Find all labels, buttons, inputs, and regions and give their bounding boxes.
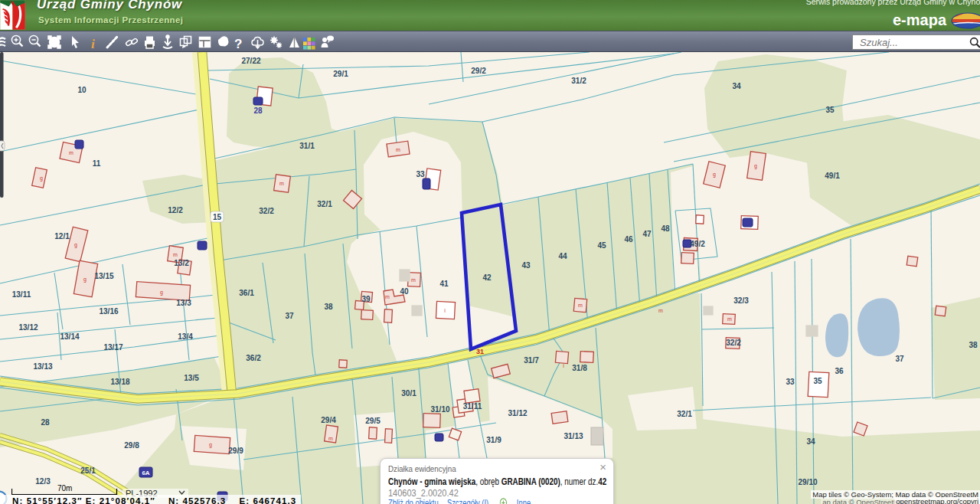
svg-text:13/17: 13/17 — [103, 343, 122, 352]
svg-text:29/4: 29/4 — [321, 416, 336, 424]
svg-text:m: m — [658, 308, 663, 313]
svg-text:33: 33 — [416, 170, 425, 178]
svg-text:m: m — [578, 303, 583, 308]
svg-text:13/13: 13/13 — [33, 362, 52, 371]
svg-text:g: g — [754, 163, 757, 169]
svg-text:32/1: 32/1 — [677, 410, 692, 418]
svg-text:11: 11 — [93, 159, 101, 168]
svg-text:35: 35 — [813, 377, 822, 385]
svg-text:13/12: 13/12 — [18, 323, 38, 332]
svg-text:31/13: 31/13 — [564, 432, 583, 440]
svg-text:46: 46 — [624, 235, 633, 244]
svg-text:m: m — [69, 150, 74, 155]
svg-text:38: 38 — [969, 341, 978, 349]
svg-text:47: 47 — [642, 230, 652, 238]
svg-text:m: m — [385, 294, 390, 299]
svg-text:13/16: 13/16 — [99, 307, 118, 316]
svg-text:13/3: 13/3 — [176, 299, 191, 307]
svg-text:32/1: 32/1 — [317, 200, 332, 208]
svg-text:34: 34 — [732, 82, 741, 90]
svg-text:6A: 6A — [142, 470, 149, 476]
svg-text:29/10: 29/10 — [798, 478, 817, 486]
svg-text:28: 28 — [41, 418, 50, 427]
svg-text:m: m — [279, 181, 284, 186]
svg-text:g: g — [713, 172, 716, 178]
svg-text:70m: 70m — [57, 485, 72, 493]
svg-text:g: g — [74, 242, 77, 248]
svg-text:29/2: 29/2 — [471, 67, 486, 75]
svg-text:30/1: 30/1 — [401, 389, 416, 398]
svg-text:m: m — [328, 436, 333, 441]
svg-text:i: i — [91, 37, 95, 51]
svg-text:31/2: 31/2 — [571, 77, 586, 85]
svg-text:29/1: 29/1 — [333, 70, 348, 78]
svg-text:31/12: 31/12 — [508, 409, 527, 417]
svg-text:31/8: 31/8 — [572, 364, 587, 372]
svg-text:49/1: 49/1 — [825, 172, 840, 180]
svg-text:42: 42 — [482, 273, 492, 282]
svg-text:m: m — [173, 252, 178, 257]
svg-text:12/2: 12/2 — [168, 206, 183, 214]
svg-text:33: 33 — [786, 378, 795, 386]
svg-text:13/18: 13/18 — [110, 378, 129, 386]
svg-text:31/7: 31/7 — [524, 356, 539, 365]
svg-text:38: 38 — [324, 303, 333, 311]
svg-text:45: 45 — [597, 241, 606, 250]
svg-text:32/2: 32/2 — [726, 339, 741, 347]
svg-text:13/15: 13/15 — [94, 272, 113, 280]
svg-text:g: g — [83, 277, 87, 283]
svg-text:31/10: 31/10 — [430, 405, 449, 414]
svg-text:32/3: 32/3 — [733, 296, 749, 305]
svg-text:39: 39 — [361, 295, 371, 303]
svg-text:37: 37 — [285, 312, 294, 320]
svg-text:36/2: 36/2 — [246, 354, 261, 362]
svg-text:44: 44 — [558, 252, 567, 260]
svg-text:13/5: 13/5 — [184, 374, 199, 382]
svg-text:29/5: 29/5 — [365, 417, 381, 425]
svg-text:g: g — [209, 442, 212, 448]
svg-text:?: ? — [234, 37, 242, 51]
svg-text:15: 15 — [213, 213, 222, 221]
svg-text:m: m — [396, 147, 400, 152]
svg-text:32/2: 32/2 — [259, 207, 274, 215]
svg-text:34: 34 — [806, 437, 815, 446]
svg-text:10: 10 — [77, 86, 87, 94]
svg-text:40: 40 — [400, 287, 409, 296]
svg-text:36: 36 — [835, 367, 844, 375]
svg-text:29/9: 29/9 — [228, 447, 243, 455]
svg-text:43: 43 — [521, 261, 531, 270]
svg-text:g: g — [160, 290, 163, 296]
svg-text:31/11: 31/11 — [463, 402, 482, 411]
svg-text:48: 48 — [661, 224, 670, 233]
svg-text:37: 37 — [895, 355, 904, 363]
svg-text:12/1: 12/1 — [54, 232, 70, 241]
svg-text:m: m — [727, 316, 732, 322]
svg-text:31: 31 — [476, 348, 484, 355]
svg-text:28: 28 — [253, 106, 263, 115]
svg-text:13/4: 13/4 — [178, 332, 193, 341]
svg-text:31/9: 31/9 — [486, 436, 501, 444]
svg-text:31/1: 31/1 — [299, 142, 315, 150]
svg-text:13/11: 13/11 — [12, 290, 31, 299]
svg-text:36/1: 36/1 — [239, 289, 254, 297]
svg-text:41: 41 — [439, 280, 449, 288]
svg-text:25/1: 25/1 — [80, 466, 96, 475]
svg-text:29/8: 29/8 — [124, 441, 139, 450]
svg-text:13/2: 13/2 — [174, 259, 189, 267]
svg-text:35: 35 — [825, 106, 835, 114]
svg-text:27/22: 27/22 — [241, 57, 260, 65]
svg-text:49/2: 49/2 — [690, 240, 705, 248]
svg-text:g: g — [40, 175, 43, 182]
svg-text:m: m — [411, 277, 416, 283]
svg-text:13/14: 13/14 — [60, 332, 79, 341]
